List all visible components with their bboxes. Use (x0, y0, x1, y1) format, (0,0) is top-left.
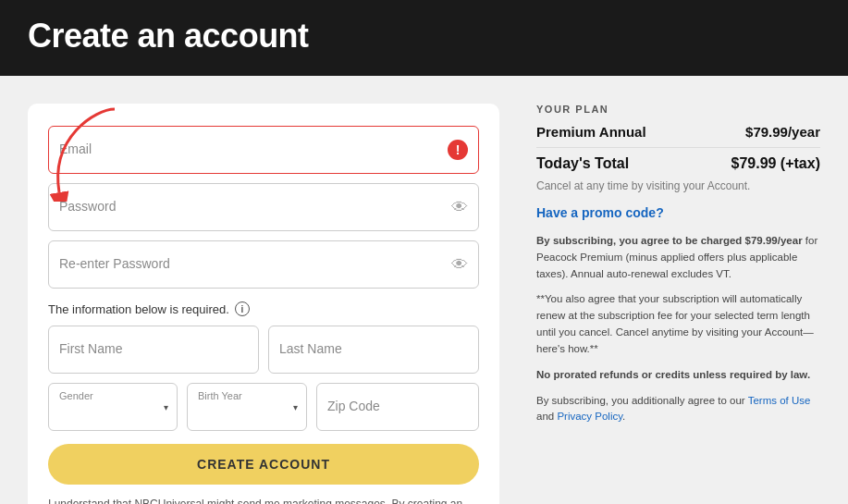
terms-notice: I understand that NBCUniversal might sen… (48, 496, 479, 504)
extra-fields-row: Male Female Other Gender ▾ Birth Year ▾ … (48, 383, 479, 431)
required-info-text: The information below is required. (48, 302, 229, 316)
left-panel: Email ! Password 👁 (28, 104, 499, 504)
birth-year-select-wrapper: Birth Year ▾ (187, 383, 307, 431)
disclaimer-2: **You also agree that your subscription … (536, 291, 820, 357)
promo-code-link[interactable]: Have a promo code? (536, 205, 820, 220)
create-account-button[interactable]: CREATE ACCOUNT (48, 444, 479, 485)
today-price: $79.99 (+tax) (731, 155, 820, 172)
header: Create an account (0, 0, 848, 76)
subscribe-privacy-link[interactable]: Privacy Policy (557, 411, 622, 422)
plan-divider (536, 147, 820, 148)
error-icon: ! (448, 140, 468, 160)
name-row: First Name Last Name (48, 326, 479, 374)
cancel-note: Cancel at any time by visiting your Acco… (536, 179, 820, 192)
zip-code-input[interactable] (316, 383, 479, 431)
reenter-password-input[interactable] (48, 240, 479, 289)
plan-name-row: Premium Annual $79.99/year (536, 124, 820, 140)
subscribe-terms-link[interactable]: Terms of Use (748, 395, 811, 406)
gender-select[interactable]: Male Female Other (48, 383, 178, 431)
last-name-input[interactable] (268, 326, 479, 374)
required-info-row: The information below is required. i (48, 301, 479, 316)
password-eye-icon[interactable]: 👁 (451, 198, 468, 217)
zip-code-wrapper: Zip Code (316, 383, 479, 431)
email-field-group: Email ! (48, 126, 479, 174)
password-input[interactable] (48, 183, 479, 231)
reenter-eye-icon[interactable]: 👁 (451, 255, 468, 275)
plan-price: $79.99/year (745, 124, 820, 140)
today-total-row: Today's Total $79.99 (+tax) (536, 155, 820, 172)
info-icon: i (235, 301, 250, 316)
disclaimer-1: By subscribing, you agree to be charged … (536, 233, 820, 282)
no-refund-notice: No prorated refunds or credits unless re… (536, 367, 820, 384)
page-title: Create an account (28, 17, 820, 55)
plan-section-label: YOUR PLAN (536, 104, 820, 115)
password-field-group: Password 👁 (48, 183, 479, 231)
first-name-input[interactable] (48, 326, 259, 374)
today-label: Today's Total (536, 155, 629, 172)
right-panel: YOUR PLAN Premium Annual $79.99/year Tod… (527, 104, 820, 504)
gender-select-wrapper: Male Female Other Gender ▾ (48, 383, 178, 431)
birth-year-select[interactable] (187, 383, 307, 431)
email-input[interactable] (48, 126, 479, 174)
reenter-password-field-group: Re-enter Password 👁 (48, 240, 479, 289)
subscribe-terms: By subscribing, you additionally agree t… (536, 393, 820, 426)
plan-name: Premium Annual (536, 124, 646, 140)
